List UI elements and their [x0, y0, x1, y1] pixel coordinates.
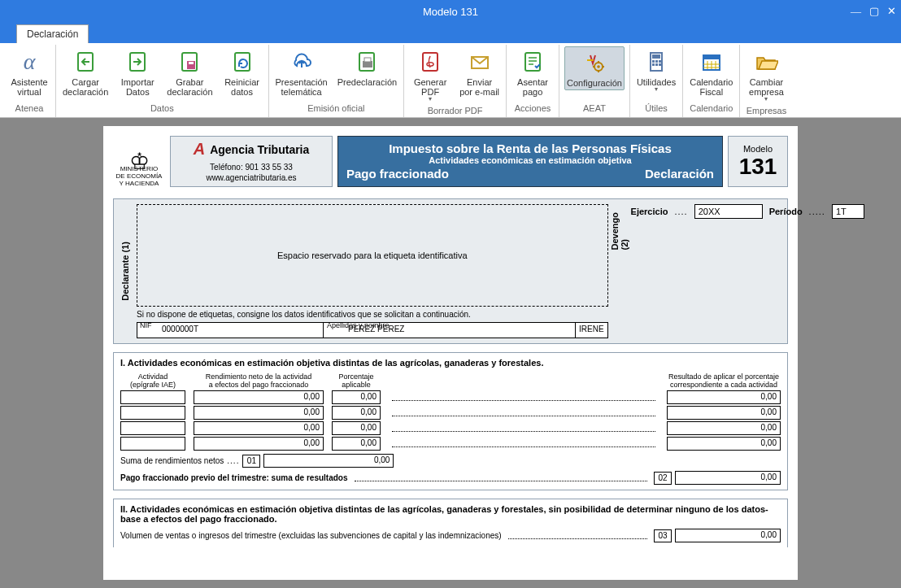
ejercicio-label: Ejercicio	[631, 207, 668, 216]
page-arrow-left-icon	[72, 48, 99, 76]
group-label: AEAT	[583, 102, 606, 115]
agencia-box: A Agencia Tributaria Teléfono: 901 33 55…	[170, 136, 333, 187]
declarante-label: Declarante (1)	[120, 238, 130, 304]
etiqueta-note: Si no dispone de etiquetas, consigne los…	[137, 310, 608, 319]
form-page: ♔ MINISTERIO DE ECONOMÍA Y HACIENDA A Ag…	[103, 126, 798, 580]
porcentaje-input[interactable]: 0,00	[332, 421, 381, 435]
page-check-icon	[519, 48, 546, 76]
col-rendimiento: Rendimiento neto de la actividad a efect…	[194, 372, 324, 389]
svg-rect-24	[652, 63, 655, 66]
group-label: Emisión oficial	[307, 102, 364, 115]
seccion-ii-title: II. Actividades económicas en estimación…	[120, 504, 781, 524]
svg-rect-21	[652, 60, 655, 63]
chevron-down-icon: ▾	[429, 95, 432, 102]
col-resultado: Resultado de aplicar el porcentaje corre…	[667, 372, 781, 389]
svg-point-14	[597, 65, 600, 68]
volumen-label: Volumen de ventas o ingresos del trimest…	[120, 531, 502, 540]
casilla-02: 02	[654, 472, 672, 485]
asentar-pago-button[interactable]: Asentar pago	[511, 46, 554, 98]
page-arrow-right-icon	[124, 48, 151, 76]
utilidades-button[interactable]: Utilidades ▾	[635, 46, 677, 94]
close-icon[interactable]: ✕	[887, 5, 896, 18]
svg-rect-12	[525, 53, 540, 71]
porcentaje-input[interactable]: 0,00	[332, 437, 381, 451]
periodo-label: Período	[769, 207, 803, 216]
col-porcentaje: Porcentaje aplicable	[332, 372, 381, 389]
configuracion-button[interactable]: Configuración	[564, 46, 625, 90]
calculator-icon	[642, 48, 670, 76]
cargar-declaracion-button[interactable]: Cargar declaración	[61, 46, 110, 98]
pdf-icon	[416, 48, 444, 76]
rendimiento-input[interactable]: 0,00	[194, 437, 324, 451]
nif-label: NIF	[140, 321, 152, 329]
group-label: Datos	[150, 102, 174, 115]
group-label: Acciones	[515, 102, 551, 115]
page-print-icon	[353, 48, 381, 76]
actividad-input[interactable]	[120, 406, 185, 420]
page-save-icon	[176, 48, 203, 76]
cambiar-empresa-button[interactable]: Cambiar empresa ▾	[745, 46, 787, 104]
nombre-field[interactable]: IRENE	[576, 322, 608, 338]
periodo-input[interactable]	[832, 204, 864, 219]
nif-field[interactable]: 0000000T	[137, 322, 324, 338]
mail-icon	[466, 48, 494, 76]
svg-rect-22	[655, 60, 658, 63]
tab-declaracion[interactable]: Declaración	[16, 24, 89, 43]
resultado-input[interactable]: 0,00	[667, 421, 781, 435]
resultado-input[interactable]: 0,00	[667, 390, 781, 404]
porcentaje-input[interactable]: 0,00	[332, 390, 381, 404]
importar-datos-button[interactable]: Importar Datos	[116, 46, 159, 98]
minimize-icon[interactable]: —	[851, 5, 861, 18]
rendimiento-input[interactable]: 0,00	[194, 390, 324, 404]
previo-label: Pago fraccionado previo del trimestre: s…	[120, 473, 348, 482]
resultado-input[interactable]: 0,00	[667, 437, 781, 451]
previo-value[interactable]: 0,00	[675, 471, 781, 485]
document-area[interactable]: ♔ MINISTERIO DE ECONOMÍA Y HACIENDA A Ag…	[0, 118, 901, 588]
generar-pdf-button[interactable]: Generar PDF ▾	[409, 46, 451, 104]
reiniciar-datos-button[interactable]: Reiniciar datos	[221, 46, 263, 98]
cloud-upload-icon	[288, 48, 316, 76]
suma-label: Suma de rendimientos netos	[120, 456, 224, 465]
suma-rendimientos-value[interactable]: 0,00	[263, 454, 394, 468]
presentacion-telematica-button[interactable]: Presentación telemática	[274, 46, 329, 98]
seccion-i-title: I. Actividades económicas en estimación …	[120, 358, 781, 368]
col-actividad: Actividad (epígrafe IAE)	[120, 372, 185, 389]
casilla-03: 03	[654, 529, 672, 542]
resultado-input[interactable]: 0,00	[667, 406, 781, 420]
chevron-down-icon: ▾	[764, 95, 768, 102]
calendar-icon	[698, 48, 725, 76]
svg-rect-28	[703, 55, 720, 59]
actividad-input[interactable]	[120, 437, 185, 451]
ejercicio-input[interactable]	[694, 204, 763, 219]
volumen-value[interactable]: 0,00	[675, 529, 781, 542]
enviar-email-button[interactable]: Enviar por e-mail	[458, 46, 501, 104]
etiqueta-space: Espacio reservado para la etiqueta ident…	[137, 204, 608, 307]
devengo-label: Devengo (2)	[610, 209, 629, 253]
ribbon: α Asistente virtual Atenea Cargar declar…	[0, 43, 901, 118]
grabar-declaracion-button[interactable]: Grabar declaración	[165, 46, 214, 98]
svg-rect-25	[655, 63, 658, 66]
asistente-virtual-button[interactable]: α Asistente virtual	[8, 46, 50, 98]
rendimiento-input[interactable]: 0,00	[194, 421, 324, 435]
calendario-fiscal-button[interactable]: Calendario Fiscal	[688, 46, 734, 98]
crest-icon: ♔	[129, 158, 150, 165]
ministerio-logo: ♔ MINISTERIO DE ECONOMÍA Y HACIENDA	[113, 136, 165, 187]
actividad-input[interactable]	[120, 421, 185, 435]
apellidos-label: Apellidos y nombre	[327, 321, 390, 329]
predeclaracion-button[interactable]: Predeclaración	[336, 46, 398, 98]
svg-rect-23	[659, 60, 661, 63]
group-label: Atenea	[15, 102, 44, 115]
group-label: Borrador PDF	[428, 104, 483, 118]
casilla-01: 01	[242, 455, 260, 468]
group-label: Calendario	[690, 102, 733, 115]
seccion-ii: II. Actividades económicas en estimación…	[113, 499, 788, 547]
title-bar: Modelo 131 — ▢ ✕	[0, 0, 901, 23]
page-refresh-icon	[229, 48, 256, 76]
group-label: Útiles	[645, 102, 668, 115]
tab-strip: Declaración	[0, 23, 901, 43]
rendimiento-input[interactable]: 0,00	[194, 406, 324, 420]
window-title: Modelo 131	[423, 6, 478, 18]
actividad-input[interactable]	[120, 390, 185, 404]
porcentaje-input[interactable]: 0,00	[332, 406, 381, 420]
maximize-icon[interactable]: ▢	[869, 5, 879, 18]
